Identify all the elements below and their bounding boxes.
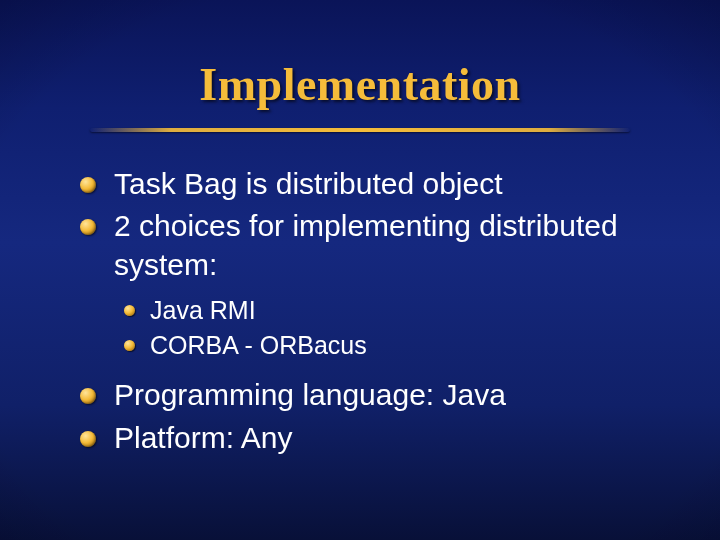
- bullet-text: 2 choices for implementing distributed s…: [114, 209, 618, 280]
- sub-bullet-item: Java RMI: [80, 294, 660, 327]
- slide: Implementation Task Bag is distributed o…: [0, 0, 720, 540]
- title-underline: [90, 128, 630, 132]
- bullet-icon: [124, 340, 135, 351]
- slide-title: Implementation: [0, 58, 720, 111]
- bullet-text: Platform: Any: [114, 421, 292, 454]
- bullet-text: Task Bag is distributed object: [114, 167, 503, 200]
- bullet-text: Programming language: Java: [114, 378, 506, 411]
- bullet-item: 2 choices for implementing distributed s…: [80, 207, 660, 284]
- bullet-icon: [80, 177, 96, 193]
- sub-bullet-item: CORBA - ORBacus: [80, 329, 660, 362]
- bullet-icon: [124, 305, 135, 316]
- sub-bullet-group: Java RMI CORBA - ORBacus: [80, 294, 660, 362]
- bullet-item: Platform: Any: [80, 419, 660, 457]
- bullet-icon: [80, 431, 96, 447]
- sub-bullet-text: Java RMI: [150, 296, 256, 324]
- bullet-item: Programming language: Java: [80, 376, 660, 414]
- bullet-icon: [80, 219, 96, 235]
- sub-bullet-text: CORBA - ORBacus: [150, 331, 367, 359]
- slide-body: Task Bag is distributed object 2 choices…: [80, 165, 660, 461]
- bullet-item: Task Bag is distributed object: [80, 165, 660, 203]
- bullet-icon: [80, 388, 96, 404]
